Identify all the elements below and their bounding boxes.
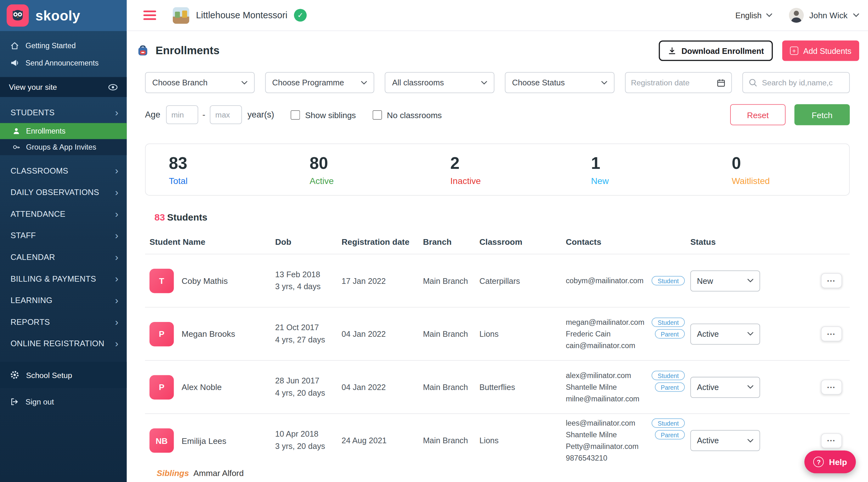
chevron-right-icon: ›	[115, 230, 119, 240]
row-actions-button[interactable]: •••	[821, 327, 842, 341]
parent-name: Shantelle Milne	[566, 383, 617, 391]
fetch-button[interactable]: Fetch	[794, 104, 850, 125]
age-label: Age	[145, 110, 160, 120]
row-actions-button[interactable]: •••	[821, 433, 842, 448]
eye-icon	[108, 84, 118, 91]
logo[interactable]: skooly	[0, 0, 127, 31]
stats-panel: 83 Total 80 Active 2 Inactive 1 New 0	[145, 144, 850, 196]
age-min-input[interactable]	[166, 105, 198, 124]
stat-total: 83 Total	[146, 154, 286, 186]
status-select[interactable]: New	[690, 270, 760, 291]
row-actions-button[interactable]: •••	[821, 379, 842, 394]
row-actions-button[interactable]: •••	[821, 273, 842, 288]
search-input[interactable]	[762, 78, 844, 87]
sidebar-item-daily-observations[interactable]: DAILY OBSERVATIONS›	[0, 181, 127, 203]
sidebar-item-school-setup[interactable]: School Setup	[0, 362, 127, 388]
chevron-down-icon	[361, 81, 367, 84]
branch-select[interactable]: Choose Branch	[145, 72, 255, 93]
table-row: NB Emilija Lees 10 Apr 2018 3 yrs, 20 da…	[145, 414, 850, 482]
download-enrollment-button[interactable]: Download Enrollment	[659, 40, 773, 61]
sidebar-item-students[interactable]: STUDENTS ›	[0, 102, 127, 123]
status-select[interactable]: Active	[690, 430, 760, 451]
registration-date-field-wrap	[625, 72, 732, 93]
siblings-row: SiblingsAmmar Alford	[145, 467, 850, 482]
classroom: Lions	[475, 436, 561, 445]
student-name[interactable]: Megan Brooks	[182, 329, 235, 339]
show-siblings-checkbox[interactable]	[291, 110, 300, 119]
sidebar-item-attendance[interactable]: ATTENDANCE›	[0, 203, 127, 225]
calendar-icon[interactable]	[717, 78, 726, 87]
no-classrooms-checkbox[interactable]	[373, 110, 382, 119]
view-your-site[interactable]: View your site	[0, 77, 127, 97]
sidebar-item-reports[interactable]: REPORTS›	[0, 311, 127, 333]
student-badge: Student	[651, 418, 684, 428]
student-avatar: P	[150, 322, 174, 346]
sidebar-item-groups-app-invites[interactable]: Groups & App Invites	[0, 139, 127, 155]
menu-icon[interactable]	[141, 8, 159, 22]
chevron-down-icon	[853, 13, 859, 17]
table-header: Student Name Dob Registration date Branc…	[145, 230, 850, 254]
sidebar-item-learning[interactable]: LEARNING›	[0, 289, 127, 311]
skooly-owl-logo-icon	[7, 4, 29, 26]
age: 3 yrs, 4 days	[275, 281, 337, 293]
column-header: Status	[686, 237, 780, 247]
sidebar-item-send-announcements[interactable]: Send Announcements	[0, 54, 127, 72]
column-header: Classroom	[475, 237, 561, 247]
age-max-input[interactable]	[210, 105, 242, 124]
contact-email: cain@mailinator.com	[566, 341, 636, 350]
sidebar-item-billing-payments[interactable]: BILLING & PAYMENTS›	[0, 268, 127, 289]
chevron-right-icon: ›	[115, 107, 119, 117]
parent-badge: Parent	[655, 382, 685, 392]
sidebar-item-staff[interactable]: STAFF›	[0, 224, 127, 246]
school-avatar	[173, 7, 189, 24]
chevron-right-icon: ›	[115, 165, 119, 175]
branch: Main Branch	[418, 383, 475, 392]
sibling-name[interactable]: Ammar Alford	[193, 468, 244, 478]
stat-new: 1 New	[568, 154, 708, 186]
student-name[interactable]: Coby Mathis	[182, 276, 228, 285]
chevron-down-icon	[601, 81, 607, 84]
chevron-down-icon	[747, 385, 753, 389]
app-window: skooly Getting Started Send Announcement…	[0, 0, 868, 482]
status-filter-select[interactable]: Choose Status	[505, 72, 614, 93]
column-header: Student Name	[145, 237, 271, 247]
column-header: Dob	[271, 237, 337, 247]
classrooms-select[interactable]: All classrooms	[385, 72, 494, 93]
registration-date-input[interactable]	[631, 78, 712, 87]
verified-badge-icon: ✓	[294, 9, 307, 22]
status-select[interactable]: Active	[690, 323, 760, 344]
add-students-button[interactable]: + Add Students	[782, 40, 859, 61]
language-selector[interactable]: English	[735, 11, 772, 20]
sidebar-item-getting-started[interactable]: Getting Started	[0, 37, 127, 55]
sidebar-item-classrooms[interactable]: CLASSROOMS›	[0, 160, 127, 181]
school-name[interactable]: Littlehouse Montessori	[196, 10, 287, 21]
chevron-down-icon	[766, 13, 772, 17]
column-header: Contacts	[561, 237, 686, 247]
student-name[interactable]: Alex Noble	[182, 382, 222, 392]
megaphone-icon	[10, 58, 20, 68]
sidebar-item-sign-out[interactable]: Sign out	[0, 388, 127, 416]
sidebar-item-calendar[interactable]: CALENDAR›	[0, 246, 127, 268]
stat-waitlisted: 0 Waitlisted	[708, 154, 849, 186]
sidebar-item-online-registration[interactable]: ONLINE REGISTRATION›	[0, 332, 127, 354]
reset-button[interactable]: Reset	[730, 104, 785, 125]
user-avatar	[789, 8, 804, 23]
chevron-down-icon	[481, 81, 487, 84]
parent-badge: Parent	[655, 430, 685, 440]
student-name[interactable]: Emilija Lees	[182, 436, 226, 445]
contact-email: lees@mailinator.com	[566, 419, 636, 427]
status-select[interactable]: Active	[690, 376, 760, 398]
classroom: Lions	[475, 330, 561, 338]
age: 3 yrs, 20 days	[275, 441, 337, 452]
contact-email: alex@milinator.com	[566, 371, 631, 379]
no-classrooms-checkbox-wrap[interactable]: No classrooms	[373, 110, 442, 119]
registration-date: 04 Jan 2022	[337, 383, 418, 392]
plus-icon: +	[790, 47, 798, 55]
show-siblings-checkbox-wrap[interactable]: Show siblings	[291, 110, 356, 119]
user-menu[interactable]: John Wick	[789, 8, 859, 23]
help-button[interactable]: ? Help	[805, 451, 856, 473]
programme-select[interactable]: Choose Programme	[265, 72, 374, 93]
column-header: Registration date	[337, 237, 418, 247]
student-avatar: P	[150, 375, 174, 399]
sidebar-item-enrollments[interactable]: Enrollments	[0, 123, 127, 139]
